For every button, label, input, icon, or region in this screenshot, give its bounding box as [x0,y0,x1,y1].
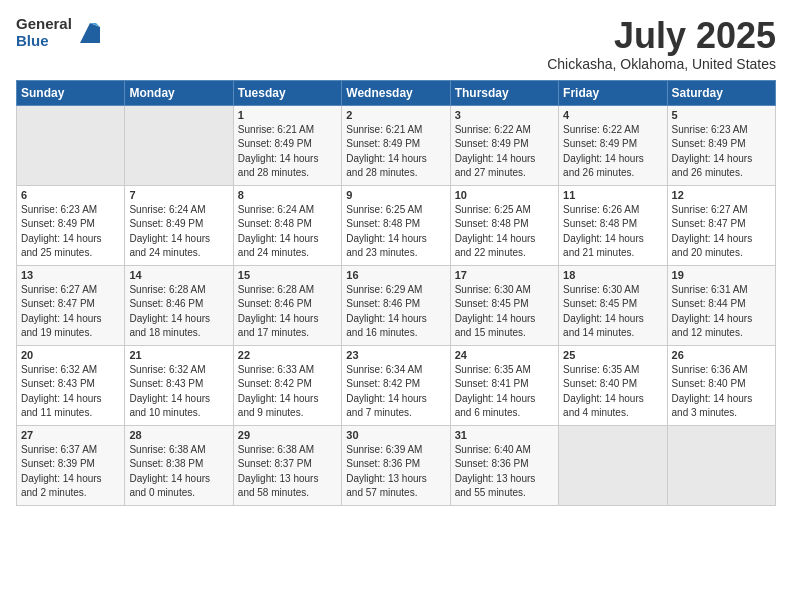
day-number: 13 [21,269,120,281]
day-info: Sunrise: 6:31 AM Sunset: 8:44 PM Dayligh… [672,283,771,341]
calendar-week-row: 6Sunrise: 6:23 AM Sunset: 8:49 PM Daylig… [17,185,776,265]
calendar-week-row: 27Sunrise: 6:37 AM Sunset: 8:39 PM Dayli… [17,425,776,505]
day-info: Sunrise: 6:32 AM Sunset: 8:43 PM Dayligh… [21,363,120,421]
day-number: 25 [563,349,662,361]
day-info: Sunrise: 6:26 AM Sunset: 8:48 PM Dayligh… [563,203,662,261]
day-info: Sunrise: 6:25 AM Sunset: 8:48 PM Dayligh… [346,203,445,261]
day-number: 11 [563,189,662,201]
day-info: Sunrise: 6:21 AM Sunset: 8:49 PM Dayligh… [346,123,445,181]
day-number: 30 [346,429,445,441]
calendar-cell: 19Sunrise: 6:31 AM Sunset: 8:44 PM Dayli… [667,265,775,345]
calendar-cell: 13Sunrise: 6:27 AM Sunset: 8:47 PM Dayli… [17,265,125,345]
calendar-cell: 4Sunrise: 6:22 AM Sunset: 8:49 PM Daylig… [559,105,667,185]
day-info: Sunrise: 6:40 AM Sunset: 8:36 PM Dayligh… [455,443,554,501]
calendar-cell [17,105,125,185]
day-number: 8 [238,189,337,201]
day-number: 17 [455,269,554,281]
day-number: 3 [455,109,554,121]
day-number: 22 [238,349,337,361]
calendar-cell: 23Sunrise: 6:34 AM Sunset: 8:42 PM Dayli… [342,345,450,425]
day-number: 18 [563,269,662,281]
calendar-cell: 27Sunrise: 6:37 AM Sunset: 8:39 PM Dayli… [17,425,125,505]
day-number: 5 [672,109,771,121]
calendar-cell: 15Sunrise: 6:28 AM Sunset: 8:46 PM Dayli… [233,265,341,345]
day-number: 26 [672,349,771,361]
calendar-table: SundayMondayTuesdayWednesdayThursdayFrid… [16,80,776,506]
calendar-cell: 2Sunrise: 6:21 AM Sunset: 8:49 PM Daylig… [342,105,450,185]
day-info: Sunrise: 6:33 AM Sunset: 8:42 PM Dayligh… [238,363,337,421]
day-number: 31 [455,429,554,441]
day-info: Sunrise: 6:34 AM Sunset: 8:42 PM Dayligh… [346,363,445,421]
calendar-cell: 10Sunrise: 6:25 AM Sunset: 8:48 PM Dayli… [450,185,558,265]
day-number: 16 [346,269,445,281]
calendar-body: 1Sunrise: 6:21 AM Sunset: 8:49 PM Daylig… [17,105,776,505]
day-number: 19 [672,269,771,281]
calendar-cell: 12Sunrise: 6:27 AM Sunset: 8:47 PM Dayli… [667,185,775,265]
day-number: 9 [346,189,445,201]
day-info: Sunrise: 6:36 AM Sunset: 8:40 PM Dayligh… [672,363,771,421]
day-info: Sunrise: 6:24 AM Sunset: 8:48 PM Dayligh… [238,203,337,261]
day-info: Sunrise: 6:24 AM Sunset: 8:49 PM Dayligh… [129,203,228,261]
day-info: Sunrise: 6:29 AM Sunset: 8:46 PM Dayligh… [346,283,445,341]
calendar-cell: 7Sunrise: 6:24 AM Sunset: 8:49 PM Daylig… [125,185,233,265]
header-row: General Blue July 2025 Chickasha, Oklaho… [16,16,776,72]
day-number: 24 [455,349,554,361]
day-info: Sunrise: 6:35 AM Sunset: 8:41 PM Dayligh… [455,363,554,421]
day-number: 12 [672,189,771,201]
weekday-header: Sunday [17,80,125,105]
calendar-cell: 28Sunrise: 6:38 AM Sunset: 8:38 PM Dayli… [125,425,233,505]
day-info: Sunrise: 6:28 AM Sunset: 8:46 PM Dayligh… [238,283,337,341]
calendar-cell: 9Sunrise: 6:25 AM Sunset: 8:48 PM Daylig… [342,185,450,265]
calendar-cell [559,425,667,505]
calendar-cell: 24Sunrise: 6:35 AM Sunset: 8:41 PM Dayli… [450,345,558,425]
calendar-cell: 29Sunrise: 6:38 AM Sunset: 8:37 PM Dayli… [233,425,341,505]
weekday-header: Tuesday [233,80,341,105]
day-info: Sunrise: 6:27 AM Sunset: 8:47 PM Dayligh… [672,203,771,261]
day-number: 14 [129,269,228,281]
logo-general: General [16,16,72,33]
calendar-week-row: 1Sunrise: 6:21 AM Sunset: 8:49 PM Daylig… [17,105,776,185]
calendar-cell: 3Sunrise: 6:22 AM Sunset: 8:49 PM Daylig… [450,105,558,185]
day-info: Sunrise: 6:38 AM Sunset: 8:38 PM Dayligh… [129,443,228,501]
calendar-cell: 22Sunrise: 6:33 AM Sunset: 8:42 PM Dayli… [233,345,341,425]
day-info: Sunrise: 6:21 AM Sunset: 8:49 PM Dayligh… [238,123,337,181]
calendar-cell: 6Sunrise: 6:23 AM Sunset: 8:49 PM Daylig… [17,185,125,265]
day-number: 15 [238,269,337,281]
calendar-cell: 31Sunrise: 6:40 AM Sunset: 8:36 PM Dayli… [450,425,558,505]
day-number: 1 [238,109,337,121]
day-info: Sunrise: 6:23 AM Sunset: 8:49 PM Dayligh… [21,203,120,261]
weekday-header: Saturday [667,80,775,105]
day-info: Sunrise: 6:27 AM Sunset: 8:47 PM Dayligh… [21,283,120,341]
svg-marker-0 [80,23,100,43]
calendar-cell [125,105,233,185]
calendar-cell: 21Sunrise: 6:32 AM Sunset: 8:43 PM Dayli… [125,345,233,425]
day-info: Sunrise: 6:38 AM Sunset: 8:37 PM Dayligh… [238,443,337,501]
logo-icon [76,19,104,47]
day-info: Sunrise: 6:30 AM Sunset: 8:45 PM Dayligh… [563,283,662,341]
day-number: 7 [129,189,228,201]
day-number: 10 [455,189,554,201]
day-info: Sunrise: 6:30 AM Sunset: 8:45 PM Dayligh… [455,283,554,341]
day-number: 21 [129,349,228,361]
calendar-cell: 14Sunrise: 6:28 AM Sunset: 8:46 PM Dayli… [125,265,233,345]
location: Chickasha, Oklahoma, United States [547,56,776,72]
day-info: Sunrise: 6:37 AM Sunset: 8:39 PM Dayligh… [21,443,120,501]
day-number: 23 [346,349,445,361]
title-block: July 2025 Chickasha, Oklahoma, United St… [547,16,776,72]
day-number: 27 [21,429,120,441]
calendar-cell: 8Sunrise: 6:24 AM Sunset: 8:48 PM Daylig… [233,185,341,265]
logo: General Blue [16,16,104,49]
calendar-cell: 16Sunrise: 6:29 AM Sunset: 8:46 PM Dayli… [342,265,450,345]
weekday-header: Monday [125,80,233,105]
day-info: Sunrise: 6:22 AM Sunset: 8:49 PM Dayligh… [563,123,662,181]
calendar-cell: 30Sunrise: 6:39 AM Sunset: 8:36 PM Dayli… [342,425,450,505]
day-number: 6 [21,189,120,201]
logo-blue: Blue [16,33,72,50]
day-number: 20 [21,349,120,361]
weekday-header: Thursday [450,80,558,105]
calendar-cell: 5Sunrise: 6:23 AM Sunset: 8:49 PM Daylig… [667,105,775,185]
calendar-week-row: 13Sunrise: 6:27 AM Sunset: 8:47 PM Dayli… [17,265,776,345]
day-number: 29 [238,429,337,441]
day-number: 28 [129,429,228,441]
day-info: Sunrise: 6:32 AM Sunset: 8:43 PM Dayligh… [129,363,228,421]
